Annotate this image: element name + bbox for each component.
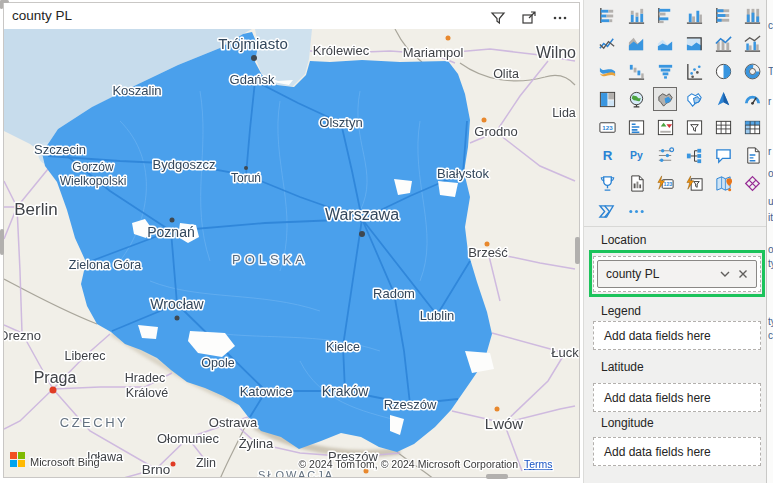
viz-icon-hundred-stacked-area-chart[interactable] — [682, 31, 706, 55]
viz-icon-ribbon-chart[interactable] — [595, 59, 619, 83]
viz-icon-gauge[interactable] — [740, 87, 764, 111]
visual-header — [489, 9, 569, 27]
viz-icon-paginated-report[interactable] — [624, 171, 648, 195]
viz-icon-smart-narrative[interactable] — [740, 143, 764, 167]
chevron-down-icon[interactable] — [718, 267, 732, 281]
viz-icon-clustered-bar-chart[interactable] — [653, 3, 677, 27]
viz-icon-waterfall-chart[interactable] — [624, 59, 648, 83]
viz-icon-line-and-clustered-column-chart[interactable] — [740, 31, 764, 55]
resize-handle-bottom[interactable] — [486, 474, 508, 479]
map-label: Hradec — [125, 371, 165, 385]
map-attribution: © 2024 TomTom, © 2024 Microsoft Corporat… — [298, 458, 518, 470]
map-label: Toruń — [231, 171, 261, 185]
viz-icon-slicer[interactable] — [682, 115, 706, 139]
svg-text:Py: Py — [630, 150, 643, 161]
map-label: Brześć — [468, 245, 508, 260]
viz-icon-stacked-area-chart[interactable] — [653, 31, 677, 55]
viz-icon-pie-chart[interactable] — [711, 59, 735, 83]
viz-icon-line-and-stacked-column-chart[interactable] — [711, 31, 735, 55]
map-label: Gorzów — [72, 160, 114, 174]
viz-icon-hundred-stacked-column-chart[interactable] — [740, 3, 764, 27]
clipped-text-fragment: u — [768, 196, 773, 207]
legend-field-well[interactable]: Add data fields here — [593, 321, 761, 350]
map-label: Grodno — [474, 124, 517, 139]
viz-icon-arcgis-map[interactable] — [711, 171, 735, 195]
viz-icon-filled-map[interactable] — [653, 87, 677, 111]
viz-icon-stacked-bar-chart[interactable] — [595, 3, 619, 27]
well-label-location: Location — [601, 233, 646, 247]
remove-field-icon[interactable] — [736, 267, 750, 281]
viz-icon-power-automate[interactable] — [595, 199, 619, 223]
map-label: Katowice — [240, 384, 293, 399]
clipped-text-fragment: c — [768, 330, 773, 341]
location-field-well[interactable]: county PL — [593, 256, 761, 292]
viz-icon-r-script[interactable]: R — [595, 143, 619, 167]
bing-map[interactable]: TrójmiastoKrólewiecMariampolWilnoOlitaGd… — [4, 29, 579, 477]
viz-icon-power-apps[interactable] — [740, 171, 764, 195]
viz-icon-area-chart[interactable] — [624, 31, 648, 55]
map-terms-link[interactable]: Terms — [524, 458, 553, 470]
viz-icon-donut-chart[interactable] — [740, 59, 764, 83]
viz-icon-map[interactable] — [624, 87, 648, 111]
map-label: Brno — [142, 462, 171, 477]
more-options-icon[interactable] — [551, 9, 569, 27]
map-label: Zlin — [196, 456, 216, 470]
clipped-text-fragment: ty — [768, 316, 773, 327]
map-label: Ołomuniec — [157, 431, 220, 446]
map-label: Kraków — [322, 383, 370, 399]
viz-icon-scatter-chart[interactable] — [682, 59, 706, 83]
latitude-placeholder: Add data fields here — [604, 391, 711, 405]
focus-mode-icon[interactable] — [520, 9, 538, 27]
resize-handle-left[interactable] — [0, 229, 4, 255]
viz-icon-multi-row-card[interactable] — [624, 115, 648, 139]
location-field-pill[interactable]: county PL — [597, 260, 757, 288]
visual-title: county PL — [12, 8, 72, 23]
viz-icon-shape-map[interactable] — [682, 87, 706, 111]
well-label-latitude: Latitude — [601, 360, 644, 374]
svg-text:R: R — [602, 148, 612, 163]
clipped-pane-sliver: cTrrouitotytyc — [766, 0, 773, 483]
svg-text:123: 123 — [602, 124, 613, 131]
viz-icon-table[interactable] — [711, 115, 735, 139]
map-label: Králové — [126, 386, 168, 400]
map-label: Wilno — [536, 44, 576, 61]
viz-icon-kpi[interactable] — [653, 115, 677, 139]
viz-icon-matrix[interactable] — [740, 115, 764, 139]
viz-icon-clustered-column-chart[interactable] — [682, 3, 706, 27]
map-label: Warszawa — [325, 206, 399, 223]
viz-icon-hundred-stacked-bar-chart[interactable] — [711, 3, 735, 27]
viz-icon-treemap[interactable] — [595, 87, 619, 111]
map-label: Olita — [493, 67, 519, 81]
viz-icon-decomposition-tree[interactable] — [682, 143, 706, 167]
map-label: Białystok — [437, 166, 490, 181]
map-label: Łuck — [551, 345, 579, 360]
resize-handle-top-left-v[interactable] — [0, 0, 3, 9]
viz-icon-funnel-chart[interactable] — [653, 59, 677, 83]
viz-icon-metrics[interactable] — [595, 171, 619, 195]
filter-icon[interactable] — [489, 9, 507, 27]
viz-icon-python-script[interactable]: Py — [624, 143, 648, 167]
clipped-text-fragment: ty — [768, 258, 773, 269]
viz-icon-azure-map[interactable] — [711, 87, 735, 111]
map-label: Praga — [34, 369, 77, 386]
viz-icon-slicer-new[interactable] — [682, 171, 706, 195]
map-label: Ostrawa — [209, 415, 258, 430]
viz-icon-stacked-column-chart[interactable] — [624, 3, 648, 27]
map-label: Poznań — [147, 224, 194, 240]
viz-icon-more-visuals[interactable] — [624, 199, 648, 223]
viz-icon-card-new[interactable]: 123 — [653, 171, 677, 195]
viz-icon-key-influencers[interactable] — [653, 143, 677, 167]
map-label: Gdańsk — [230, 72, 275, 87]
viz-icon-qa[interactable] — [711, 143, 735, 167]
viz-icon-card[interactable]: 123 — [595, 115, 619, 139]
longitude-field-well[interactable]: Add data fields here — [593, 437, 761, 466]
resize-handle-right[interactable] — [575, 237, 580, 264]
map-label: Lublin — [420, 308, 455, 323]
clipped-text-fragment: r — [768, 96, 771, 107]
latitude-field-well[interactable]: Add data fields here — [593, 383, 761, 412]
viz-icon-line-chart[interactable] — [595, 31, 619, 55]
map-label: SŁOWACJA — [258, 469, 334, 477]
filled-map-visual[interactable]: county PL — [3, 2, 580, 478]
location-field-value: county PL — [606, 267, 714, 281]
map-label: Mariampol — [403, 45, 464, 60]
